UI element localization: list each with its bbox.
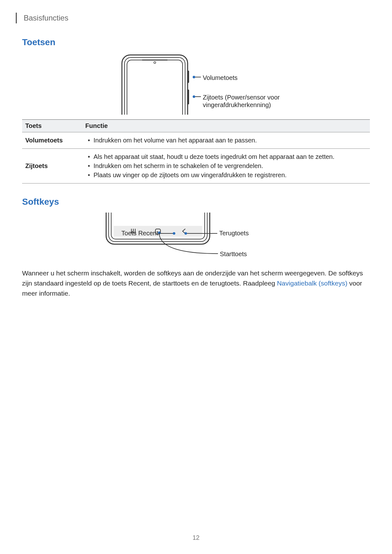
keys-function-table: Toets Functie Volumetoets Indrukken om h… — [22, 119, 370, 184]
svg-point-4 — [154, 62, 156, 63]
softkeys-paragraph: Wanneer u het scherm inschakelt, worden … — [22, 268, 370, 298]
link-navigatiebalk[interactable]: Navigatiebalk (softkeys) — [277, 280, 347, 287]
running-header: Basisfuncties — [16, 13, 68, 23]
callout-home-line — [158, 232, 221, 257]
table-row: Volumetoets Indrukken om het volume van … — [22, 132, 370, 149]
list-item: Indrukken om het volume van het apparaat… — [93, 137, 367, 144]
section-title-toetsen: Toetsen — [22, 37, 370, 47]
callout-side-label: Zijtoets (Power/sensor voor vingerafdruk… — [203, 93, 301, 109]
row-label-zij: Zijtoets — [22, 149, 82, 184]
callout-home-label: Starttoets — [220, 250, 247, 258]
list-item: Als het apparaat uit staat, houdt u deze… — [93, 153, 367, 160]
callout-home: Starttoets — [158, 232, 253, 257]
table-row: Zijtoets Als het apparaat uit staat, hou… — [22, 149, 370, 184]
svg-rect-0 — [122, 55, 188, 115]
callout-line — [195, 96, 201, 97]
list-item: Indrukken om het scherm in te schakelen … — [93, 162, 367, 170]
figure-phone-top: Volumetoets Zijtoets (Power/sensor voor … — [22, 53, 370, 119]
callout-volume-label: Volumetoets — [203, 74, 238, 81]
callout-recent-label: Toets Recent — [121, 230, 158, 237]
svg-rect-1 — [124, 57, 185, 115]
svg-rect-2 — [127, 60, 183, 115]
header-notch — [16, 13, 17, 23]
section-title-softkeys: Softkeys — [22, 197, 370, 207]
running-title: Basisfuncties — [24, 14, 68, 22]
page-content: Toetsen Volumetoets Zijtoets (Powe — [22, 32, 370, 298]
figure-phone-bottom: Toets Recent Terugtoets Starttoets — [22, 213, 370, 263]
callout-dot-icon — [193, 95, 195, 98]
callout-side-key: Zijtoets (Power/sensor voor vingerafdruk… — [193, 93, 301, 109]
phone-top-illustration — [120, 53, 190, 115]
th-toets: Toets — [22, 120, 82, 132]
row-label-volume: Volumetoets — [22, 132, 82, 149]
page-number: 12 — [0, 534, 392, 541]
callout-line — [195, 77, 201, 77]
callout-dot-icon — [193, 76, 195, 78]
th-functie: Functie — [82, 120, 370, 132]
callout-volume: Volumetoets — [193, 74, 238, 81]
list-item: Plaats uw vinger op de zijtoets om uw vi… — [93, 172, 367, 179]
